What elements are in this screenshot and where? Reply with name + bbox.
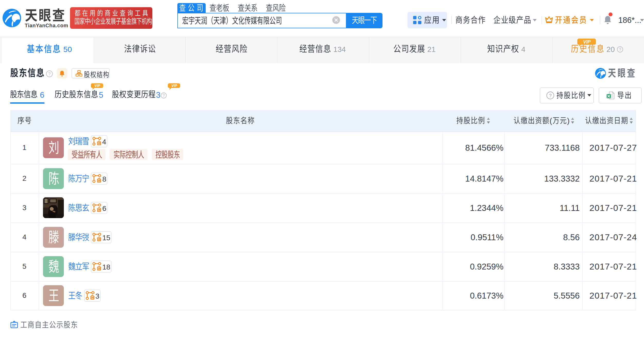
svg-text:?: ? (619, 47, 621, 52)
svg-text:VIP: VIP (583, 39, 591, 44)
svg-text:?: ? (549, 93, 552, 98)
svg-text:?: ? (162, 93, 165, 98)
svg-text:?: ? (48, 71, 50, 76)
svg-text:VIP: VIP (171, 84, 177, 88)
svg-text:VIP: VIP (94, 84, 100, 88)
